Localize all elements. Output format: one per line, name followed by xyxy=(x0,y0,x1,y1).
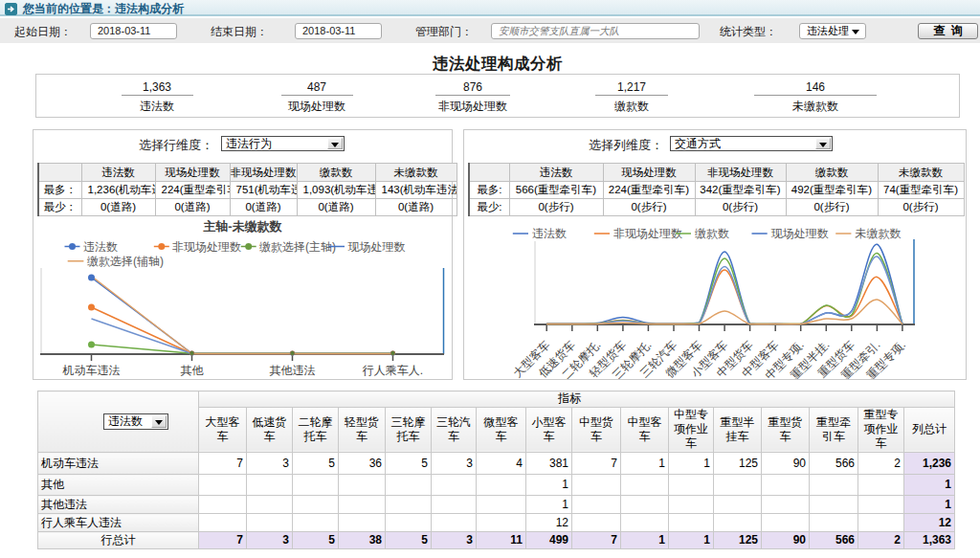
svg-text:非现场处理数: 非现场处理数 xyxy=(172,240,241,254)
svg-text:违法数: 违法数 xyxy=(532,227,567,240)
svg-text:缴款选择(主轴): 缴款选择(主轴) xyxy=(259,240,336,254)
svg-text:行人乘车人.: 行人乘车人. xyxy=(363,364,423,377)
svg-text:缴款数: 缴款数 xyxy=(695,227,729,240)
svg-text:其他违法: 其他违法 xyxy=(270,364,316,377)
svg-text:机动车违法: 机动车违法 xyxy=(62,364,121,377)
svg-text:其他: 其他 xyxy=(181,364,205,377)
svg-text:现场处理数: 现场处理数 xyxy=(348,240,406,254)
svg-text:非现场处理数: 非现场处理数 xyxy=(613,227,682,240)
svg-text:未缴款数: 未缴款数 xyxy=(855,227,901,240)
svg-text:违法数: 违法数 xyxy=(83,240,118,254)
svg-text:缴款选择(辅轴): 缴款选择(辅轴) xyxy=(87,255,164,268)
svg-text:现场处理数: 现场处理数 xyxy=(771,227,829,240)
